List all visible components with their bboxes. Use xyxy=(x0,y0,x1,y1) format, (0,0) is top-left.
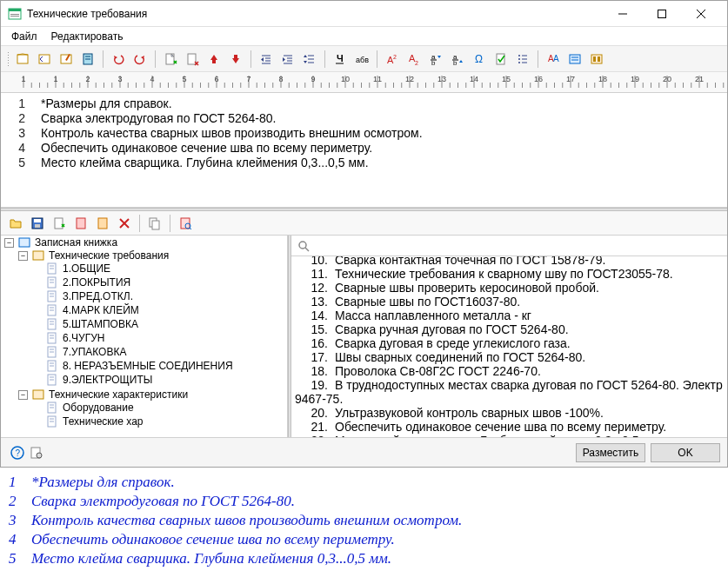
close-button[interactable] xyxy=(681,2,720,26)
list-row[interactable]: 22.Место клейма сварщика. Глубина клейме… xyxy=(295,434,724,437)
open-folder-icon[interactable] xyxy=(6,214,25,233)
line-text[interactable]: Сварка электродуговая по ГОСТ 5264-80. xyxy=(36,111,276,126)
editor-line[interactable]: 4Обеспечить одинаковое сечение шва по вс… xyxy=(36,141,718,156)
svg-rect-16 xyxy=(188,54,196,64)
tree-folder-technical-char[interactable]: − Технические характеристики xyxy=(18,388,287,401)
lowercase-icon[interactable]: абв xyxy=(352,50,371,69)
notebook-icon[interactable] xyxy=(78,50,97,69)
move-up-icon[interactable] xyxy=(204,50,224,69)
list-number: 14. xyxy=(295,309,335,322)
editor-line[interactable]: 5Место клейма сварщика. Глубина клеймени… xyxy=(36,156,718,170)
notebook-tree[interactable]: − Записная книжка − Технические требован… xyxy=(1,236,287,430)
list-row[interactable]: 20.Ультразвуковой контроль сварных швов … xyxy=(295,406,724,420)
list-icon[interactable] xyxy=(513,50,532,69)
tree-item[interactable]: 5.ШТАМПОВКА xyxy=(32,318,287,330)
fraction-up-icon[interactable]: ab xyxy=(426,50,445,69)
indent-left-icon[interactable] xyxy=(257,50,276,69)
menu-file[interactable]: Файл xyxy=(4,29,44,44)
collapse-icon[interactable]: − xyxy=(18,390,28,400)
list-row[interactable]: 16.Сварка дуговая в среде углекислого га… xyxy=(295,336,724,350)
preview-line: 5Место клейма сварщика. Глубина клеймени… xyxy=(9,549,719,568)
book-red-icon[interactable] xyxy=(71,214,90,233)
toolbar-gripper[interactable] xyxy=(6,50,10,68)
delete-page-icon[interactable] xyxy=(183,50,202,69)
tree-item[interactable]: 3.ПРЕД.ОТКЛ. xyxy=(32,290,287,302)
menu-edit[interactable]: Редактировать xyxy=(44,29,130,44)
save-icon[interactable] xyxy=(28,214,47,233)
delete-icon[interactable] xyxy=(115,214,134,233)
tree-item[interactable]: 9.ЭЛЕКТРОЩИТЫ xyxy=(32,374,287,386)
list-row[interactable]: 13.Сварные швы по ГОСТ16037-80. xyxy=(295,295,724,309)
book-left-icon[interactable] xyxy=(35,50,54,69)
tree-item[interactable]: Оборудование xyxy=(32,402,287,414)
collapse-icon[interactable]: − xyxy=(4,238,14,248)
tree-item[interactable]: 7.УПАКОВКА xyxy=(32,346,287,358)
list-row[interactable]: 15.Сварка ручная дуговая по ГОСТ 5264-80… xyxy=(295,322,724,336)
ok-button[interactable]: OK xyxy=(651,443,720,462)
fraction-down-icon[interactable]: ab xyxy=(448,50,467,69)
tree-item[interactable]: 4.МАРК КЛЕЙМ xyxy=(32,304,287,316)
symbol-icon[interactable]: Ω xyxy=(470,50,489,69)
tree-item[interactable]: 8. НЕРАЗЪЕМНЫЕ СОЕДИНЕНИЯ xyxy=(32,360,287,372)
line-text[interactable]: Контроль качества сварных швов производи… xyxy=(36,126,423,141)
line-number: 4 xyxy=(1,141,30,156)
titlebar: Технические требования xyxy=(1,1,727,27)
filter-icon[interactable] xyxy=(176,214,195,233)
reference-list[interactable]: 10.Сварка контактная точечная по ГОСТ 15… xyxy=(291,256,727,437)
list-row[interactable]: 12.Сварные швы проверить керосиновой про… xyxy=(295,281,724,295)
list-row[interactable]: 14.Масса наплавленного металла - кг xyxy=(295,309,724,322)
tree-item[interactable]: Технические хар xyxy=(32,415,287,428)
new-page-icon[interactable] xyxy=(161,50,180,69)
book-icon[interactable] xyxy=(13,50,32,69)
help-icon[interactable]: ? xyxy=(8,443,27,462)
move-down-icon[interactable] xyxy=(226,50,245,69)
list-row[interactable]: 11.Технические требования к сварному шву… xyxy=(295,267,724,281)
undo-icon[interactable] xyxy=(109,50,128,69)
book-orange-icon[interactable] xyxy=(93,214,112,233)
line-number: 2 xyxy=(1,111,30,126)
superscript-icon[interactable]: A2 xyxy=(383,50,402,69)
place-button[interactable]: Разместить xyxy=(576,443,645,462)
list-row[interactable]: 19.В труднодоступных местах сварка дугов… xyxy=(295,378,724,392)
redo-icon[interactable] xyxy=(130,50,150,69)
tree-pane[interactable]: − Записная книжка − Технические требован… xyxy=(1,236,288,437)
line-text[interactable]: *Размеры для справок. xyxy=(36,96,172,111)
svg-text:15: 15 xyxy=(502,75,511,83)
editor-line[interactable]: 1*Размеры для справок. xyxy=(36,96,718,111)
indent-right-icon[interactable] xyxy=(278,50,297,69)
spellcheck-icon[interactable] xyxy=(491,50,511,69)
tree-root[interactable]: − Записная книжка xyxy=(4,236,287,249)
svg-rect-170 xyxy=(34,219,41,222)
tree-folder-technical-req[interactable]: − Технические требования xyxy=(18,249,287,262)
font-color-icon[interactable]: AA xyxy=(544,50,563,69)
list-row[interactable]: 10.Сварка контактная точечная по ГОСТ 15… xyxy=(295,256,724,267)
list-row[interactable]: 18.Проволока Св-08Г2С ГОСТ 2246-70. xyxy=(295,364,724,378)
list-row[interactable]: 21.Обеспечить одинаковое сечение шва по … xyxy=(295,420,724,434)
tree-item[interactable]: 1.ОБЩИЕ xyxy=(32,262,287,275)
book-edit-icon[interactable] xyxy=(57,50,76,69)
page-icon xyxy=(46,276,58,289)
ruler[interactable]: 1123456789101112131415161718192021 xyxy=(1,72,727,93)
line-spacing-icon[interactable] xyxy=(300,50,319,69)
svg-rect-209 xyxy=(33,390,43,399)
main-editor[interactable]: 1*Размеры для справок.2Сварка электродуг… xyxy=(1,93,727,208)
format-2-icon[interactable] xyxy=(587,50,606,69)
new-note-icon[interactable] xyxy=(50,214,69,233)
minimize-button[interactable] xyxy=(603,2,642,26)
editor-line[interactable]: 2Сварка электродуговая по ГОСТ 5264-80. xyxy=(36,111,718,126)
line-text[interactable]: Место клейма сварщика. Глубина клеймения… xyxy=(36,156,369,170)
search-icon[interactable] xyxy=(297,239,311,253)
settings-icon[interactable] xyxy=(27,443,46,462)
list-row[interactable]: 9467-75. xyxy=(295,392,724,406)
list-row[interactable]: 17.Швы сварных соединений по ГОСТ 5264-8… xyxy=(295,350,724,364)
tree-item[interactable]: 2.ПОКРЫТИЯ xyxy=(32,276,287,289)
editor-line[interactable]: 3Контроль качества сварных швов производ… xyxy=(36,126,718,141)
line-text[interactable]: Обеспечить одинаковое сечение шва по все… xyxy=(36,141,372,156)
collapse-icon[interactable]: − xyxy=(18,251,28,261)
format-1-icon[interactable] xyxy=(565,50,584,69)
underline-icon[interactable]: Ч xyxy=(331,50,350,69)
tree-item[interactable]: 6.ЧУГУН xyxy=(32,332,287,344)
copy-note-icon[interactable] xyxy=(145,214,164,233)
subscript-icon[interactable]: A2 xyxy=(404,50,424,69)
maximize-button[interactable] xyxy=(642,2,681,26)
